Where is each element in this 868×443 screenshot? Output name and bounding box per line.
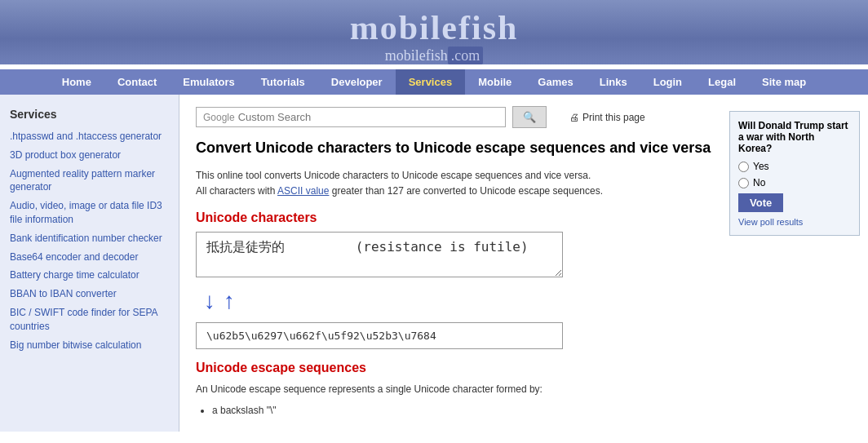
view-poll-results-link[interactable]: View poll results xyxy=(738,217,851,227)
nav-item-mobile[interactable]: Mobile xyxy=(465,69,525,95)
printer-icon: 🖨 xyxy=(569,112,579,123)
arrow-up: ↑ xyxy=(224,288,235,314)
sidebar-title: Services xyxy=(0,103,179,127)
nav-item-legal[interactable]: Legal xyxy=(695,69,749,95)
poll-option-no: No xyxy=(738,177,851,188)
print-label: Print this page xyxy=(582,112,645,123)
nav-item-site-map[interactable]: Site map xyxy=(749,69,819,95)
poll-no-label: No xyxy=(753,177,765,188)
poll-yes-label: Yes xyxy=(753,161,769,172)
sidebar-link[interactable]: .htpasswd and .htaccess generator xyxy=(0,127,179,146)
page-title: Convert Unicode characters to Unicode es… xyxy=(196,140,713,157)
sidebar-link[interactable]: Big number bitwise calculation xyxy=(0,336,179,355)
nav-item-login[interactable]: Login xyxy=(640,69,695,95)
logo: mobilefish xyxy=(0,8,868,47)
desc-line2-suffix: greater than 127 are converted to Unicod… xyxy=(332,185,603,197)
escape-description: An Unicode escape sequence represents a … xyxy=(196,382,713,418)
nav-item-services[interactable]: Services xyxy=(396,69,466,95)
poll-option-yes: Yes xyxy=(738,161,851,172)
sidebar-link[interactable]: Augmented reality pattern marker generat… xyxy=(0,165,179,197)
ascii-link[interactable]: ASCII value xyxy=(277,185,329,197)
print-button[interactable]: 🖨 Print this page xyxy=(569,112,645,123)
sidebar: Services .htpasswd and .htaccess generat… xyxy=(0,95,179,432)
arrow-down: ↓ xyxy=(204,288,215,314)
nav-item-contact[interactable]: Contact xyxy=(104,69,170,95)
sidebar-links: .htpasswd and .htaccess generator3D prod… xyxy=(0,127,179,354)
escape-desc-text: An Unicode escape sequence represents a … xyxy=(196,383,542,395)
content-area: Google 🔍 🖨 Print this page Convert Unico… xyxy=(179,95,729,432)
header: mobilefish mobilefish.com xyxy=(0,0,868,64)
poll-radio-no[interactable] xyxy=(738,178,749,188)
unicode-section-title: Unicode characters xyxy=(196,210,713,225)
nav-item-tutorials[interactable]: Tutorials xyxy=(248,69,318,95)
sidebar-link[interactable]: Bank identification number checker xyxy=(0,229,179,248)
unicode-input[interactable] xyxy=(196,232,563,277)
search-icon: 🔍 xyxy=(523,111,536,123)
desc-line2: All characters with ASCII value greater … xyxy=(196,184,713,199)
escape-section-title: Unicode escape sequences xyxy=(196,361,713,375)
vote-button[interactable]: Vote xyxy=(738,193,783,212)
sidebar-link[interactable]: Battery charge time calculator xyxy=(0,266,179,285)
nav-item-home[interactable]: Home xyxy=(49,69,104,95)
escape-list: a backslash "\" xyxy=(212,403,713,419)
search-bar: Google 🔍 🖨 Print this page xyxy=(196,106,713,128)
right-panel: Will Donald Trump start a war with North… xyxy=(729,95,868,432)
poll-radio-yes[interactable] xyxy=(738,162,749,172)
sidebar-link[interactable]: Base64 encoder and decoder xyxy=(0,248,179,267)
escape-list-item: a backslash "\" xyxy=(212,403,713,419)
description: This online tool converts Unicode charac… xyxy=(196,168,713,199)
nav-item-games[interactable]: Games xyxy=(525,69,586,95)
nav-item-links[interactable]: Links xyxy=(587,69,640,95)
poll-box: Will Donald Trump start a war with North… xyxy=(729,111,860,236)
nav-bar: HomeContactEmulatorsTutorialsDeveloperSe… xyxy=(0,69,868,95)
poll-question: Will Donald Trump start a war with North… xyxy=(738,120,851,154)
unicode-output[interactable] xyxy=(196,322,563,349)
main-layout: Services .htpasswd and .htaccess generat… xyxy=(0,95,868,432)
desc-line2-prefix: All characters with xyxy=(196,185,275,197)
sidebar-link[interactable]: BBAN to IBAN converter xyxy=(0,285,179,303)
search-wrapper: Google xyxy=(196,107,506,127)
google-logo: Google xyxy=(203,112,235,123)
sidebar-link[interactable]: 3D product box generator xyxy=(0,146,179,165)
logo-subtext: mobilefish.com xyxy=(0,47,868,64)
sidebar-link[interactable]: BIC / SWIFT code finder for SEPA countri… xyxy=(0,303,179,336)
nav-item-emulators[interactable]: Emulators xyxy=(170,69,248,95)
search-input[interactable] xyxy=(238,111,467,123)
desc-line1: This online tool converts Unicode charac… xyxy=(196,168,713,184)
logo-sub-prefix: mobilefish xyxy=(385,47,448,64)
arrows: ↓ ↑ xyxy=(196,288,713,314)
logo-sub-suffix: .com xyxy=(448,47,484,64)
search-button[interactable]: 🔍 xyxy=(512,106,547,128)
sidebar-link[interactable]: Audio, video, image or data file ID3 fil… xyxy=(0,197,179,229)
nav-item-developer[interactable]: Developer xyxy=(318,69,396,95)
